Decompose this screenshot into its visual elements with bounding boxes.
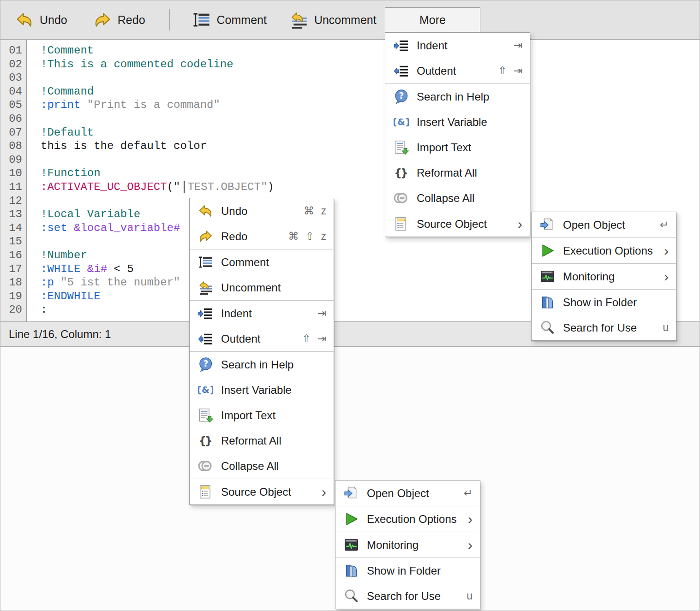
menu-item-monitoring[interactable]: Monitoring›	[532, 264, 676, 289]
menu-item-open-object[interactable]: Open Object↵	[532, 212, 676, 237]
code-line[interactable]	[41, 112, 700, 126]
menu-item-execution-options[interactable]: Execution Options›	[532, 238, 676, 263]
import-text-icon	[394, 140, 409, 155]
menu-item-import-text[interactable]: Import Text	[190, 403, 334, 428]
menu-shortcut: ⌘ z	[304, 205, 326, 217]
undo-button-label: Undo	[40, 13, 67, 27]
collapse-icon	[198, 458, 213, 474]
menu-item-label: Search for Use	[563, 321, 654, 334]
menu-item-label: Outdent	[417, 65, 490, 77]
menu-item-show-in-folder[interactable]: Show in Folder	[335, 558, 480, 583]
line-number: 18	[0, 276, 26, 290]
menu-shortcut: u	[467, 590, 473, 602]
source-object-icon	[198, 484, 213, 499]
monitoring-icon	[540, 269, 555, 284]
uncomment-button[interactable]: Uncomment	[290, 11, 377, 29]
submenu-arrow-icon: ›	[518, 217, 522, 231]
source-object-submenu-top: Open Object↵Execution Options›Monitoring…	[531, 212, 676, 341]
menu-shortcut: ↵	[464, 487, 473, 499]
menu-item-execution-options[interactable]: Execution Options›	[335, 506, 480, 532]
indent-icon	[198, 306, 213, 321]
redo-icon	[93, 11, 112, 29]
menu-item-search-for-use[interactable]: Search for Useu	[335, 583, 480, 609]
menu-item-label: Collapse All	[221, 460, 326, 473]
line-number: 19	[0, 290, 26, 303]
undo-icon	[15, 11, 34, 29]
code-line[interactable]: !Command	[41, 85, 700, 99]
menu-item-insert-variable[interactable]: {&}Insert Variable	[385, 109, 530, 135]
import-text-icon	[198, 408, 213, 423]
comment-button-label: Comment	[217, 13, 267, 27]
menu-item-label: Redo	[221, 230, 280, 243]
toolbar-separator	[169, 9, 170, 30]
menu-item-indent[interactable]: Indent⇥	[385, 33, 530, 58]
line-number: 17	[0, 262, 26, 276]
code-line[interactable]	[41, 71, 700, 85]
comment-button[interactable]: Comment	[192, 11, 267, 29]
help-icon: ?	[198, 357, 213, 372]
menu-item-insert-variable[interactable]: {&}Insert Variable	[190, 377, 334, 403]
submenu-arrow-icon: ›	[664, 244, 669, 258]
code-line[interactable]: !This is a commented codeline	[41, 58, 700, 71]
monitoring-icon	[344, 537, 359, 552]
redo-button[interactable]: Redo	[93, 11, 145, 29]
menu-item-undo[interactable]: Undo⌘ z	[190, 198, 334, 224]
svg-text:{&}: {&}	[198, 385, 213, 395]
menu-item-search-for-use[interactable]: Search for Useu	[532, 315, 676, 340]
menu-item-source-object[interactable]: Source Object›	[190, 479, 334, 504]
menu-item-label: Collapse All	[417, 192, 522, 205]
source-object-submenu-bottom: Open Object↵Execution Options›Monitoring…	[335, 480, 480, 609]
insert-variable-icon: {&}	[198, 382, 213, 397]
menu-item-uncomment[interactable]: Uncomment	[190, 275, 334, 300]
code-line[interactable]: this is the default color	[41, 139, 700, 153]
menu-item-redo[interactable]: Redo⌘ ⇧ z	[190, 224, 334, 249]
line-number: 03	[0, 71, 26, 85]
menu-item-indent[interactable]: Indent⇥	[190, 301, 334, 326]
undo-button[interactable]: Undo	[15, 11, 67, 29]
menu-item-label: Indent	[417, 39, 505, 52]
menu-item-label: Reformat All	[417, 166, 522, 179]
menu-item-reformat-all[interactable]: {}Reformat All	[385, 160, 530, 185]
menu-item-collapse-all[interactable]: Collapse All	[385, 185, 530, 211]
svg-text:{&}: {&}	[394, 117, 409, 127]
menu-item-search-in-help[interactable]: ?Search in Help	[385, 84, 530, 109]
menu-item-search-in-help[interactable]: ?Search in Help	[190, 352, 334, 377]
line-number: 10	[0, 166, 26, 180]
line-number: 01	[0, 44, 26, 58]
reformat-icon: {}	[394, 165, 409, 180]
line-number: 13	[0, 208, 26, 221]
code-line[interactable]	[41, 194, 700, 208]
code-line[interactable]: :ACTIVATE_UC_OBJECT("TEST.OBJECT")	[41, 180, 700, 194]
toolbar: Undo Redo Comment Uncomment	[0, 0, 700, 40]
menu-item-label: Import Text	[417, 141, 522, 154]
code-line[interactable]	[41, 153, 700, 167]
code-line[interactable]: :print "Print is a command"	[41, 98, 700, 112]
more-button[interactable]: More	[385, 7, 480, 32]
menu-item-label: Uncomment	[221, 281, 326, 294]
menu-item-source-object[interactable]: Source Object›	[385, 211, 530, 237]
line-number: 06	[0, 112, 26, 126]
help-icon: ?	[394, 89, 409, 104]
svg-text:}: }	[205, 434, 213, 447]
menu-item-open-object[interactable]: Open Object↵	[335, 480, 480, 506]
menu-item-collapse-all[interactable]: Collapse All	[190, 453, 334, 479]
menu-item-outdent[interactable]: Outdent⇧ ⇥	[385, 58, 530, 83]
line-number: 16	[0, 249, 26, 262]
folder-icon	[540, 295, 555, 310]
code-line[interactable]: !Default	[41, 126, 700, 140]
line-number-gutter: 0102030405060708091011121314151617181920	[0, 40, 27, 321]
search-icon	[540, 320, 555, 335]
line-number: 09	[0, 153, 26, 167]
code-line[interactable]: !Function	[41, 166, 700, 180]
menu-shortcut: u	[663, 321, 669, 334]
menu-item-show-in-folder[interactable]: Show in Folder	[532, 290, 676, 315]
menu-item-outdent[interactable]: Outdent⇧ ⇥	[190, 326, 334, 351]
submenu-arrow-icon: ›	[468, 538, 473, 552]
reformat-icon: {}	[198, 433, 213, 448]
line-number: 14	[0, 221, 26, 235]
menu-item-comment[interactable]: Comment	[190, 249, 334, 275]
menu-item-reformat-all[interactable]: {}Reformat All	[190, 428, 334, 453]
menu-item-import-text[interactable]: Import Text	[385, 135, 530, 160]
code-line[interactable]: !Comment	[41, 44, 700, 58]
menu-item-monitoring[interactable]: Monitoring›	[335, 532, 480, 558]
